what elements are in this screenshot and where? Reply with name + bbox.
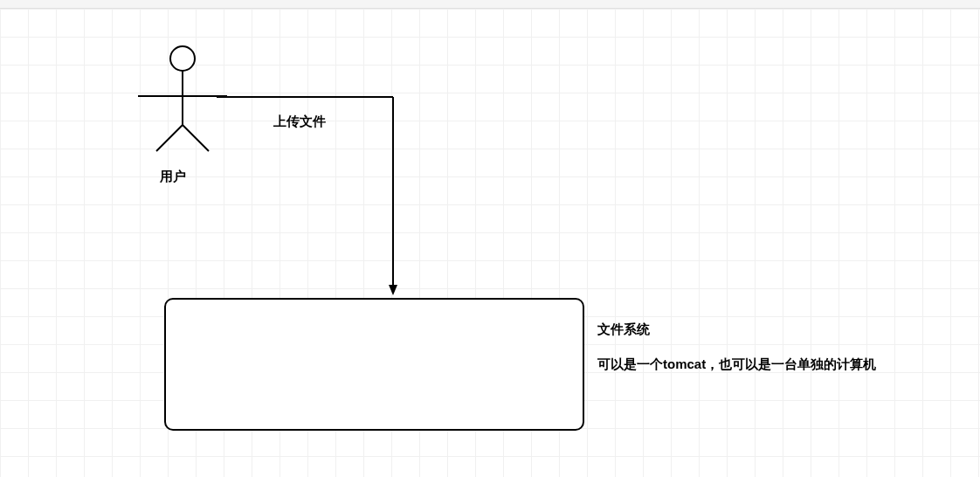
toolbar-area <box>0 0 980 9</box>
user-actor-icon <box>138 46 227 151</box>
svg-line-5 <box>183 125 209 151</box>
filesystem-description: 可以是一个tomcat，也可以是一台单独的计算机 <box>597 356 876 373</box>
filesystem-label: 文件系统 <box>597 321 650 338</box>
svg-point-1 <box>170 46 195 71</box>
user-label: 用户 <box>160 169 186 185</box>
svg-line-4 <box>156 125 183 151</box>
upload-label: 上传文件 <box>273 114 326 130</box>
diagram-canvas[interactable]: 用户 上传文件 文件系统 可以是一个tomcat，也可以是一台单独的计算机 <box>0 0 980 477</box>
filesystem-box[interactable] <box>164 298 584 431</box>
